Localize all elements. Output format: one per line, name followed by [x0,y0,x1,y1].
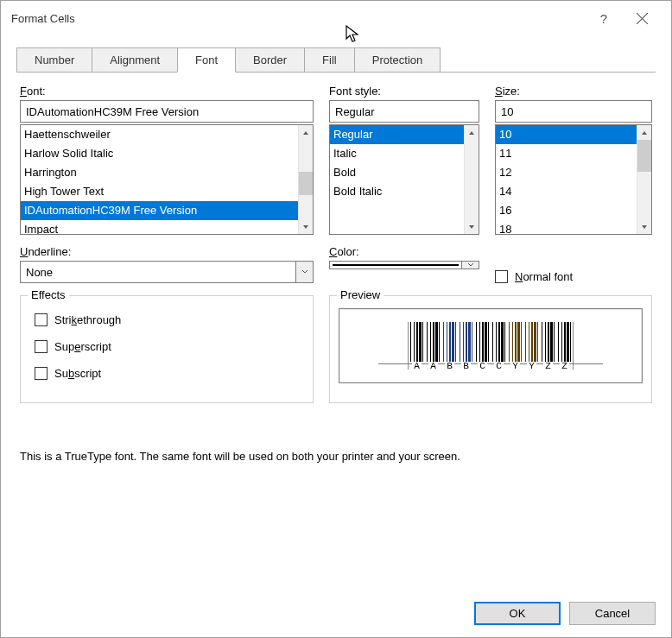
scrollbar[interactable] [464,125,479,234]
style-input[interactable] [329,100,479,123]
color-label: Color: [329,245,479,258]
footer: OK Cancel [1,593,671,637]
size-label: Size: [495,85,652,98]
tab-font[interactable]: Font [177,47,236,73]
list-item[interactable]: Haettenschweiler [21,125,298,144]
list-item[interactable]: Bold Italic [330,182,464,201]
style-label: Font style: [329,85,479,98]
list-item[interactable]: IDAutomationHC39M Free Version [21,201,298,220]
strikethrough-checkbox[interactable]: Strikethrough [35,313,299,326]
tab-alignment[interactable]: Alignment [92,47,178,73]
close-button[interactable] [623,5,661,31]
size-input[interactable] [495,100,652,123]
superscript-label: Superscript [54,340,111,353]
dialog-body: Font: Haettenschweiler Harlow Solid Ital… [1,73,671,593]
list-item[interactable]: 10 [496,125,637,144]
preview-box: // placeholder, bars generated below aft… [339,308,643,383]
font-list[interactable]: Haettenschweiler Harlow Solid Italic Har… [20,124,314,235]
tab-bar: Number Alignment Font Border Fill Protec… [16,35,656,73]
checkbox-icon [35,367,48,380]
scroll-down-icon[interactable] [465,219,479,234]
chevron-down-icon[interactable] [295,261,314,283]
subscript-checkbox[interactable]: Subscript [35,367,299,380]
scrollbar[interactable] [637,125,651,234]
superscript-checkbox[interactable]: Superscript [35,340,299,353]
preview-group: Preview // placeholder, bars generated b… [329,295,652,403]
subscript-label: Subscript [54,367,101,380]
barcode-preview: // placeholder, bars generated below aft… [408,322,574,370]
checkbox-icon [35,340,48,353]
scroll-up-icon[interactable] [299,125,313,140]
effects-legend: Effects [28,288,69,301]
preview-legend: Preview [337,288,384,301]
checkbox-icon [495,270,508,283]
ok-button[interactable]: OK [474,602,561,625]
list-item[interactable]: Impact [21,220,298,234]
normal-font-label: Normal font [515,270,573,283]
effects-group: Effects Strikethrough Superscript Subscr… [20,295,314,403]
scrollbar[interactable] [298,125,313,234]
font-label: Font: [20,85,314,98]
help-button[interactable]: ? [585,5,623,31]
scroll-up-icon[interactable] [465,125,479,140]
tab-border[interactable]: Border [235,47,305,73]
tab-fill[interactable]: Fill [304,47,355,73]
list-item[interactable]: Harlow Solid Italic [21,144,298,163]
underline-input[interactable] [20,261,295,283]
scroll-down-icon[interactable] [637,219,651,234]
list-item[interactable]: 12 [496,163,637,182]
format-cells-dialog: Format Cells ? Number Alignment Font Bor… [0,0,672,638]
cancel-button[interactable]: Cancel [569,602,656,625]
color-combo[interactable] [329,261,479,269]
list-item[interactable]: Italic [330,144,464,163]
strikethrough-label: Strikethrough [54,313,121,326]
font-note: This is a TrueType font. The same font w… [20,450,652,463]
list-item[interactable]: 11 [496,144,637,163]
underline-combo[interactable] [20,261,314,283]
list-item[interactable]: High Tower Text [21,182,298,201]
chevron-down-icon[interactable] [461,261,479,269]
titlebar: Format Cells ? [1,1,671,35]
tab-number[interactable]: Number [16,47,92,73]
scroll-down-icon[interactable] [299,219,313,234]
normal-font-checkbox[interactable]: Normal font [495,270,652,283]
list-item[interactable]: 16 [496,201,637,220]
font-input[interactable] [20,100,314,123]
underline-label: Underline: [20,245,314,258]
list-item[interactable]: 14 [496,182,637,201]
checkbox-icon [35,313,48,326]
tab-protection[interactable]: Protection [354,47,441,73]
style-list[interactable]: Regular Italic Bold Bold Italic [329,124,479,235]
color-swatch [329,261,461,269]
list-item[interactable]: 18 [496,220,637,234]
list-item[interactable]: Regular [330,125,464,144]
dialog-title: Format Cells [11,12,585,25]
size-list[interactable]: 10 11 12 14 16 18 [495,124,652,235]
list-item[interactable]: Bold [330,163,464,182]
list-item[interactable]: Harrington [21,163,298,182]
scroll-up-icon[interactable] [637,125,651,140]
